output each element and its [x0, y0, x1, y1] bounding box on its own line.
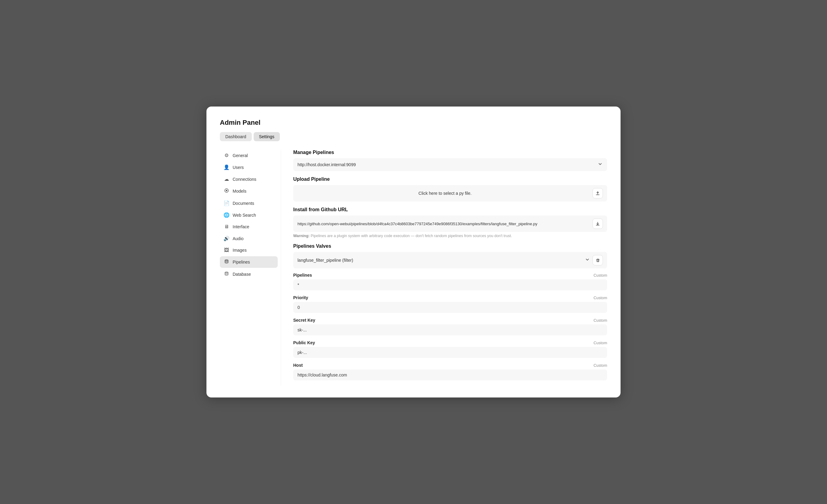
tab-dashboard[interactable]: Dashboard — [220, 132, 252, 141]
upload-pipeline-row[interactable]: Click here to select a py file. — [293, 185, 607, 201]
field-input-pipelines[interactable] — [293, 280, 607, 290]
valves-selected-pipeline: langfuse_filter_pipeline (filter) — [297, 258, 582, 263]
sidebar: ⚙ General 👤 Users ☁ Connections Models 📄… — [220, 150, 278, 385]
sidebar-label-images: Images — [233, 248, 247, 253]
sidebar-item-images[interactable]: 🖼 Images — [220, 245, 278, 256]
field-label-host: Host — [293, 363, 303, 368]
pipelines-valves-selector-row: langfuse_filter_pipeline (filter) — [293, 252, 607, 268]
sidebar-item-documents[interactable]: 📄 Documents — [220, 198, 278, 209]
documents-icon: 📄 — [224, 200, 230, 206]
sidebar-item-connections[interactable]: ☁ Connections — [220, 173, 278, 185]
field-input-priority[interactable] — [293, 302, 607, 313]
sidebar-item-audio[interactable]: 🔊 Audio — [220, 233, 278, 244]
field-label-row-priority: Priority Custom — [293, 295, 607, 300]
sidebar-item-web-search[interactable]: 🌐 Web Search — [220, 209, 278, 221]
sidebar-label-connections: Connections — [233, 177, 256, 182]
sidebar-label-web-search: Web Search — [233, 213, 256, 218]
field-group-host: Host Custom — [293, 363, 607, 381]
manage-pipelines-url-row — [293, 158, 607, 171]
field-label-secret-key: Secret Key — [293, 318, 315, 322]
audio-icon: 🔊 — [224, 236, 230, 241]
sidebar-item-users[interactable]: 👤 Users — [220, 162, 278, 173]
sidebar-label-users: Users — [233, 165, 244, 170]
main-content: Manage Pipelines Upload Pipeline Click h… — [281, 150, 607, 385]
page-title: Admin Panel — [220, 119, 607, 127]
warning-label: Warning: — [293, 234, 310, 238]
sidebar-label-interface: Interface — [233, 224, 249, 229]
valves-delete-button[interactable] — [592, 255, 603, 265]
svg-point-2 — [225, 260, 228, 261]
sidebar-label-documents: Documents — [233, 201, 254, 206]
sidebar-item-pipelines[interactable]: Pipelines — [220, 256, 278, 268]
field-group-priority: Priority Custom — [293, 295, 607, 313]
valves-chevron-icon[interactable] — [585, 257, 590, 263]
sidebar-label-audio: Audio — [233, 236, 244, 241]
field-label-pipelines: Pipelines — [293, 273, 312, 278]
field-label-public-key: Public Key — [293, 340, 315, 345]
admin-panel-window: Admin Panel Dashboard Settings ⚙ General… — [206, 106, 621, 398]
gear-icon: ⚙ — [224, 152, 230, 158]
install-github-row — [293, 215, 607, 232]
install-github-title: Install from Github URL — [293, 207, 607, 212]
manage-pipelines-chevron-icon[interactable] — [597, 161, 603, 168]
tab-bar: Dashboard Settings — [220, 132, 607, 141]
manage-pipelines-url-input[interactable] — [297, 162, 597, 167]
field-badge-secret-key: Custom — [593, 318, 607, 322]
images-icon: 🖼 — [224, 247, 230, 253]
install-github-warning: Warning: Pipelines are a plugin system w… — [293, 234, 607, 238]
field-badge-host: Custom — [593, 363, 607, 368]
interface-icon: 🖥 — [224, 224, 230, 230]
upload-button[interactable] — [592, 188, 603, 198]
sidebar-label-database: Database — [233, 272, 251, 276]
field-input-secret-key[interactable] — [293, 324, 607, 336]
sidebar-label-models: Models — [233, 189, 246, 194]
field-group-public-key: Public Key Custom — [293, 340, 607, 358]
tab-settings[interactable]: Settings — [254, 132, 280, 141]
field-label-row-host: Host Custom — [293, 363, 607, 368]
pipelines-icon — [224, 259, 230, 265]
web-search-icon: 🌐 — [224, 212, 230, 218]
upload-pipeline-title: Upload Pipeline — [293, 177, 607, 182]
connections-icon: ☁ — [224, 176, 230, 182]
field-badge-priority: Custom — [593, 296, 607, 300]
svg-point-3 — [225, 272, 228, 273]
upload-pipeline-placeholder: Click here to select a py file. — [297, 191, 592, 196]
database-icon — [224, 271, 230, 277]
warning-message: Pipelines are a plugin system with arbit… — [310, 234, 512, 238]
download-button[interactable] — [592, 218, 603, 229]
field-group-secret-key: Secret Key Custom — [293, 318, 607, 336]
field-group-pipelines: Pipelines Custom — [293, 273, 607, 290]
sidebar-item-interface[interactable]: 🖥 Interface — [220, 221, 278, 232]
sidebar-label-pipelines: Pipelines — [233, 260, 250, 264]
field-input-public-key[interactable] — [293, 347, 607, 358]
manage-pipelines-title: Manage Pipelines — [293, 150, 607, 155]
field-input-host[interactable] — [293, 369, 607, 381]
field-label-row-secret-key: Secret Key Custom — [293, 318, 607, 322]
pipelines-valves-title: Pipelines Valves — [293, 244, 607, 249]
field-label-row-pipelines: Pipelines Custom — [293, 273, 607, 278]
content-area: ⚙ General 👤 Users ☁ Connections Models 📄… — [220, 150, 607, 385]
install-github-input[interactable] — [297, 221, 589, 226]
field-badge-public-key: Custom — [593, 341, 607, 345]
field-badge-pipelines: Custom — [593, 273, 607, 278]
field-label-row-public-key: Public Key Custom — [293, 340, 607, 345]
field-label-priority: Priority — [293, 295, 308, 300]
sidebar-item-models[interactable]: Models — [220, 185, 278, 197]
svg-point-1 — [226, 190, 228, 192]
sidebar-label-general: General — [233, 153, 248, 158]
users-icon: 👤 — [224, 164, 230, 170]
models-icon — [224, 188, 230, 194]
sidebar-item-database[interactable]: Database — [220, 268, 278, 280]
sidebar-item-general[interactable]: ⚙ General — [220, 150, 278, 161]
